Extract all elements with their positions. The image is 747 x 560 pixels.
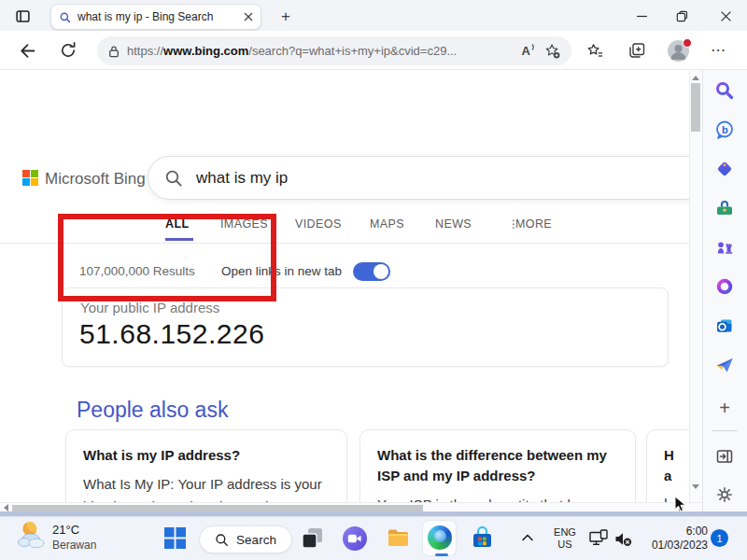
profile-notification-dot [683, 38, 692, 48]
taskbar-search-label: Search [236, 533, 276, 547]
clock-time: 6:00 [616, 525, 708, 539]
scroll-left-arrow[interactable] [4, 504, 8, 511]
tab-search-icon [59, 11, 71, 23]
open-links-toggle[interactable] [353, 262, 390, 281]
new-tab-button[interactable]: + [276, 7, 295, 26]
sidebar-settings-gear-icon[interactable] [714, 484, 735, 505]
sidebar-drop-icon[interactable] [714, 355, 735, 375]
screen: what is my ip - Bing Search + https://ww… [0, 0, 747, 560]
paa-card-3[interactable]: H a L c o ic [646, 429, 689, 502]
paa-card-1-title: What is my IP address? [83, 445, 330, 466]
browser-menu-button[interactable]: ⋯ [711, 41, 726, 59]
clock[interactable]: 6:00 01/03/2023 [616, 525, 708, 553]
mouse-cursor [674, 496, 688, 512]
read-aloud-icon[interactable]: A [522, 44, 537, 58]
collections-icon[interactable] [627, 41, 646, 60]
sidebar-add-button[interactable]: + [714, 398, 735, 418]
sidebar-microsoft-365-icon[interactable] [714, 276, 735, 297]
tab-maps[interactable]: MAPS [370, 217, 404, 231]
paa-card-3-title-line2: a [664, 466, 689, 486]
ms-logo-yellow [31, 178, 38, 186]
window-restore-button[interactable] [676, 10, 689, 21]
add-favorite-star-icon[interactable] [544, 43, 560, 59]
clock-date: 01/03/2023 [616, 539, 708, 553]
start-button[interactable] [163, 526, 187, 550]
tab-title: what is my ip - Bing Search [78, 10, 237, 23]
refresh-button[interactable] [59, 41, 78, 60]
edge-active-indicator [435, 553, 448, 556]
red-annotation-box [58, 214, 276, 301]
microsoft-logo [22, 170, 38, 186]
window-minimize-button[interactable] [636, 10, 649, 21]
weather-condition[interactable]: Berawan [52, 539, 96, 552]
task-view-button[interactable] [301, 526, 324, 550]
sidebar-games-icon[interactable] [714, 237, 735, 258]
paa-card-2-title: What is the difference between my ISP an… [377, 445, 618, 486]
toggle-knob [374, 264, 388, 279]
language-indicator[interactable]: ENG US [549, 526, 581, 551]
language-line2: US [549, 539, 581, 551]
vertical-scrollbar[interactable] [689, 70, 702, 502]
paa-card-1[interactable]: What is my IP address? What Is My IP: Yo… [65, 429, 347, 502]
file-explorer-button[interactable] [387, 526, 410, 550]
paa-card-3-title-line1: H [664, 445, 689, 466]
window-close-button[interactable] [720, 10, 733, 21]
tab-actions-menu-icon[interactable] [15, 8, 31, 24]
tray-chevron-icon[interactable] [521, 533, 534, 542]
ip-card-label: Your public IP address [80, 300, 219, 315]
ms-logo-blue [22, 178, 30, 186]
weather-temperature[interactable]: 21°C [52, 523, 79, 537]
people-also-ask-heading: People also ask [77, 398, 228, 423]
ms-logo-red [22, 170, 30, 177]
microsoft-store-button[interactable] [471, 526, 494, 550]
weather-icon[interactable] [16, 521, 49, 553]
sidebar-divider [712, 430, 738, 431]
network-icon[interactable] [588, 528, 609, 549]
sidebar-tools-icon[interactable] [714, 198, 735, 218]
ip-address-value: 51.68.152.226 [79, 318, 264, 350]
sidebar-shopping-icon[interactable] [714, 159, 735, 179]
language-line1: ENG [549, 526, 581, 539]
url-text[interactable]: https://www.bing.com/search?q=what+is+my… [127, 44, 514, 58]
sidebar-outlook-icon[interactable] [714, 315, 735, 336]
sidebar-bing-chat-icon[interactable]: b [714, 119, 735, 140]
scroll-up-arrow[interactable] [692, 76, 699, 80]
vertical-scrollbar-thumb[interactable] [691, 83, 700, 132]
address-bar[interactable]: https://www.bing.com/search?q=what+is+my… [97, 36, 571, 65]
tab-news[interactable]: NEWS [435, 217, 472, 231]
edge-browser-button[interactable] [428, 525, 452, 550]
search-query-text[interactable]: what is my ip [196, 169, 288, 188]
sidebar-panel-toggle-icon[interactable] [714, 446, 735, 467]
search-icon[interactable] [164, 169, 183, 188]
bing-logo-text[interactable]: Microsoft Bing [45, 170, 146, 189]
tab-videos[interactable]: VIDEOS [295, 217, 342, 231]
paa-card-2[interactable]: What is the difference between my ISP an… [359, 429, 636, 502]
favorites-hub-icon[interactable] [586, 42, 604, 60]
chat-button[interactable] [343, 526, 367, 551]
lock-icon[interactable] [108, 45, 120, 58]
paa-card-2-body: Your ISP is the only entity that knows y… [377, 494, 618, 502]
tab-close-icon[interactable] [244, 12, 253, 21]
browser-tab[interactable]: what is my ip - Bing Search [50, 4, 261, 30]
paa-card-1-body: What Is My IP: Your IP address is your i… [83, 473, 330, 502]
ms-logo-green [31, 170, 38, 177]
bing-search-box[interactable]: what is my ip [148, 156, 689, 200]
svg-text:b: b [722, 124, 728, 135]
notification-badge[interactable]: 1 [711, 529, 728, 547]
back-button[interactable] [17, 41, 36, 61]
taskbar-search[interactable]: Search [199, 525, 292, 553]
sidebar-search-icon[interactable] [714, 80, 735, 101]
tab-more[interactable]: MORE [515, 217, 552, 231]
scroll-down-arrow[interactable] [692, 484, 699, 489]
